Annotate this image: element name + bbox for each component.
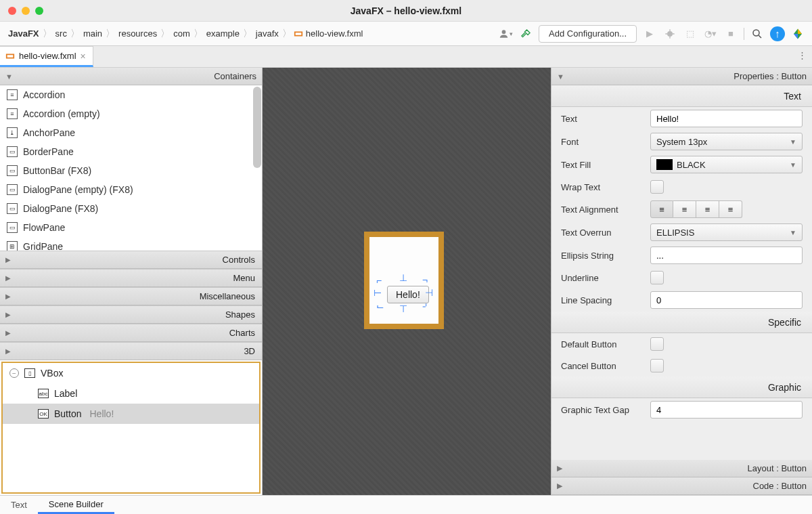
tree-node-button[interactable]: OK Button Hello! bbox=[3, 404, 259, 424]
profiler-icon[interactable]: ◔▾ bbox=[703, 26, 718, 41]
align-left-button[interactable]: ≡ bbox=[650, 200, 673, 218]
properties-section-graphic[interactable]: Graphic bbox=[551, 377, 812, 398]
canvas-vbox[interactable]: Hello! ⌐ ⊥ ¬ ⊢ ⊣ ⌙ ⊤ ⌏ bbox=[364, 232, 444, 329]
library-item-borderpane[interactable]: ▭BorderPane bbox=[0, 142, 262, 161]
jetbrains-icon[interactable] bbox=[790, 26, 805, 41]
ellipsis-input[interactable] bbox=[650, 247, 803, 264]
maximize-window-icon[interactable] bbox=[35, 7, 43, 15]
container-icon: ≡ bbox=[7, 108, 18, 119]
layout-header[interactable]: ▶ Layout : Button bbox=[551, 460, 812, 477]
coverage-icon[interactable]: ⬚ bbox=[683, 26, 698, 41]
overrun-dropdown[interactable]: ELLIPSIS▼ bbox=[650, 223, 803, 241]
file-tab[interactable]: hello-view.fxml × bbox=[0, 46, 93, 67]
run-icon[interactable]: ▶ bbox=[642, 26, 657, 41]
library-item-dialogpane[interactable]: ▭DialogPane (FX8) bbox=[0, 199, 262, 218]
selection-handle-icon[interactable]: ⊢ bbox=[374, 287, 382, 298]
library-item-flowpane[interactable]: ▭FlowPane bbox=[0, 218, 262, 237]
library-item-accordion-empty[interactable]: ≡Accordion (empty) bbox=[0, 104, 262, 123]
button-icon: OK bbox=[38, 409, 49, 419]
sync-icon[interactable]: ↑ bbox=[770, 26, 785, 41]
library-section-menu[interactable]: ▶Menu bbox=[0, 269, 262, 287]
breadcrumb-item[interactable]: example bbox=[205, 27, 241, 40]
debug-icon[interactable] bbox=[662, 26, 677, 41]
search-icon[interactable] bbox=[750, 26, 765, 41]
properties-section-text[interactable]: Text bbox=[551, 85, 812, 107]
library-section-misc[interactable]: ▶Miscellaneous bbox=[0, 287, 262, 305]
user-icon[interactable]: ▾ bbox=[498, 26, 513, 41]
breadcrumb-item[interactable]: main bbox=[82, 27, 104, 40]
default-button-checkbox[interactable] bbox=[650, 337, 664, 351]
library-section-shapes[interactable]: ▶Shapes bbox=[0, 305, 262, 324]
library-item-buttonbar[interactable]: ▭ButtonBar (FX8) bbox=[0, 161, 262, 180]
library-item-label: DialogPane (empty) (FX8) bbox=[23, 184, 133, 195]
collapse-arrow-icon: ▼ bbox=[557, 72, 564, 81]
align-right-button[interactable]: ≡ bbox=[696, 200, 719, 218]
main-toolbar: JavaFX 〉 src 〉 main 〉 resources 〉 com 〉 … bbox=[0, 22, 812, 46]
expand-arrow-icon: ▶ bbox=[5, 347, 11, 355]
library-item-label: ButtonBar (FX8) bbox=[23, 165, 91, 176]
tree-node-vbox[interactable]: − ▯ VBox bbox=[3, 363, 259, 383]
selection-handle-icon[interactable]: ¬ bbox=[422, 275, 428, 286]
run-configuration-dropdown[interactable]: Add Configuration... bbox=[539, 25, 637, 43]
breadcrumb-item[interactable]: com bbox=[172, 27, 191, 40]
breadcrumb-item[interactable]: src bbox=[54, 27, 68, 40]
selection-handle-icon[interactable]: ⊤ bbox=[399, 303, 407, 314]
tree-node-label: Button bbox=[54, 408, 81, 419]
chevron-down-icon: ▼ bbox=[790, 229, 796, 236]
expand-arrow-icon: ▶ bbox=[5, 256, 11, 263]
scene-builder-tab[interactable]: Scene Builder bbox=[38, 496, 114, 514]
close-tab-icon[interactable]: × bbox=[81, 51, 86, 62]
prop-label-overrun: Text Overrun bbox=[561, 228, 650, 238]
properties-section-specific[interactable]: Specific bbox=[551, 312, 812, 333]
prop-label-text: Text bbox=[561, 114, 650, 124]
close-window-icon[interactable] bbox=[8, 7, 16, 15]
container-icon: ▭ bbox=[7, 203, 18, 214]
code-header[interactable]: ▶ Code : Button bbox=[551, 477, 812, 495]
line-spacing-input[interactable] bbox=[650, 291, 803, 309]
graphic-gap-input[interactable] bbox=[650, 401, 803, 419]
text-input[interactable] bbox=[650, 110, 803, 127]
container-icon: ≡ bbox=[7, 89, 18, 100]
minimize-window-icon[interactable] bbox=[22, 7, 30, 15]
library-item-dialogpane-empty[interactable]: ▭DialogPane (empty) (FX8) bbox=[0, 180, 262, 199]
combo-value: ELLIPSIS bbox=[656, 228, 694, 238]
text-mode-tab[interactable]: Text bbox=[0, 496, 38, 514]
cancel-button-checkbox[interactable] bbox=[650, 359, 664, 372]
scrollbar[interactable] bbox=[253, 87, 261, 168]
breadcrumb-item[interactable]: javafx bbox=[254, 27, 280, 40]
design-canvas[interactable]: Hello! ⌐ ⊥ ¬ ⊢ ⊣ ⌙ ⊤ ⌏ bbox=[263, 68, 551, 495]
library-section-3d[interactable]: ▶3D bbox=[0, 342, 262, 360]
selection-handle-icon[interactable]: ⌐ bbox=[376, 275, 382, 286]
breadcrumb-file[interactable]: hello-view.fxml bbox=[304, 27, 365, 40]
breadcrumb-item[interactable]: resources bbox=[117, 27, 158, 40]
library-item-gridpane[interactable]: ⊞GridPane bbox=[0, 237, 262, 251]
collapse-icon[interactable]: − bbox=[9, 368, 19, 378]
selection-handle-icon[interactable]: ⊥ bbox=[399, 272, 407, 283]
selection-handle-icon[interactable]: ⌏ bbox=[422, 301, 430, 312]
properties-header[interactable]: ▼ Properties : Button bbox=[551, 68, 812, 85]
library-item-accordion[interactable]: ≡Accordion bbox=[0, 85, 262, 104]
library-section-charts[interactable]: ▶Charts bbox=[0, 324, 262, 342]
library-item-anchorpane[interactable]: ⤓AnchorPane bbox=[0, 123, 262, 142]
align-justify-button[interactable]: ≡ bbox=[719, 200, 742, 218]
hammer-build-icon[interactable] bbox=[518, 26, 533, 41]
text-fill-dropdown[interactable]: BLACK▼ bbox=[650, 156, 803, 173]
font-dropdown[interactable]: System 13px▼ bbox=[650, 133, 803, 150]
tree-node-label[interactable]: abc Label bbox=[3, 383, 259, 404]
align-center-button[interactable]: ≡ bbox=[673, 200, 696, 218]
library-section-controls[interactable]: ▶Controls bbox=[0, 251, 262, 269]
container-icon: ▭ bbox=[7, 184, 18, 195]
selection-handle-icon[interactable]: ⊣ bbox=[425, 287, 433, 298]
tree-node-label: Label bbox=[54, 388, 77, 399]
selection-handle-icon[interactable]: ⌙ bbox=[376, 301, 384, 312]
properties-title: Properties : Button bbox=[734, 71, 807, 81]
wrap-text-checkbox[interactable] bbox=[650, 180, 664, 194]
library-header[interactable]: ▼ Containers bbox=[0, 68, 262, 85]
stop-icon[interactable]: ■ bbox=[723, 26, 738, 41]
tab-menu-icon[interactable]: ⋮ bbox=[798, 50, 807, 60]
underline-checkbox[interactable] bbox=[650, 271, 664, 284]
text-alignment-segment: ≡ ≡ ≡ ≡ bbox=[650, 200, 742, 218]
section-label: Menu bbox=[233, 273, 255, 283]
collapse-arrow-icon: ▼ bbox=[5, 72, 13, 81]
breadcrumb-root[interactable]: JavaFX bbox=[7, 27, 41, 40]
